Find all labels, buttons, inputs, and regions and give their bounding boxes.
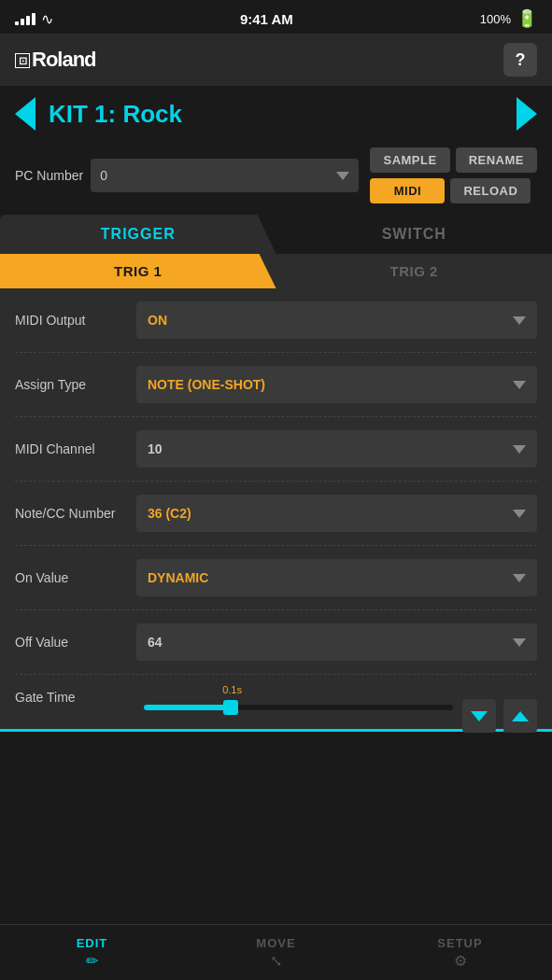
note-cc-row: Note/CC Number 36 (C2) [15,482,537,546]
kit-title: KIT 1: Rock [49,100,507,129]
wifi-icon: ∿ [41,10,53,28]
nav-move[interactable]: MOVE ⤡ [184,925,368,980]
status-right: 100% 🔋 [480,8,537,29]
tab-trig1[interactable]: TRIG 1 [0,254,276,288]
nav-move-label: MOVE [256,936,295,950]
pc-value: 0 [100,168,107,183]
off-value-label: Off Value [15,635,136,650]
sample-button[interactable]: SAMPLE [370,147,449,173]
midi-button[interactable]: MIDI [370,178,445,203]
battery-icon: 🔋 [517,8,537,29]
gate-increase-button[interactable] [503,699,537,733]
on-value-row: On Value DYNAMIC [15,546,537,610]
on-value-control: DYNAMIC [136,559,537,596]
assign-type-value: NOTE (ONE-SHOT) [148,377,265,392]
pc-dropdown-arrow-icon [336,172,349,180]
slider-fill [144,705,231,710]
assign-type-label: Assign Type [15,377,136,392]
midi-channel-control: 10 [136,430,537,468]
settings-section: MIDI Output ON Assign Type NOTE (ONE-SHO… [0,288,552,729]
status-bar: ∿ 9:41 AM 100% 🔋 [0,0,552,34]
nav-setup-label: SETUP [437,936,482,950]
on-value-dropdown[interactable]: DYNAMIC [136,559,537,596]
battery-percent: 100% [480,12,511,26]
signal-icon [15,13,35,25]
kit-nav: KIT 1: Rock [0,86,552,142]
midi-output-control: ON [136,301,537,339]
gear-icon: ⚙ [454,952,467,970]
assign-type-arrow-icon [513,381,526,389]
midi-output-row: MIDI Output ON [15,288,537,353]
assign-type-dropdown[interactable]: NOTE (ONE-SHOT) [136,366,537,403]
tab-switch[interactable]: SWITCH [276,215,553,254]
right-arrow-icon [517,97,537,131]
top-controls: PC Number 0 SAMPLE RENAME MIDI RELOAD [0,142,552,215]
status-time: 9:41 AM [240,11,293,27]
help-button[interactable]: ? [503,43,537,77]
midi-channel-dropdown[interactable]: 10 [136,430,537,468]
status-left: ∿ [15,10,53,28]
off-value-value: 64 [148,635,163,650]
gate-time-value: 0.1s [222,684,242,695]
off-value-row: Off Value 64 [15,610,537,675]
note-cc-arrow-icon [513,510,526,518]
pencil-icon: ✏ [86,952,98,970]
note-cc-control: 36 (C2) [136,495,537,532]
midi-output-arrow-icon [513,316,526,325]
pc-label: PC Number [15,168,83,183]
main-tabs: TRIGGER SWITCH [0,215,552,254]
off-value-dropdown[interactable]: 64 [136,623,537,661]
assign-type-control: NOTE (ONE-SHOT) [136,366,537,403]
gate-down-icon [471,711,488,721]
pc-dropdown[interactable]: 0 [91,159,359,192]
off-value-arrow-icon [513,638,526,647]
tab-trig2[interactable]: TRIG 2 [276,254,553,288]
note-cc-label: Note/CC Number [15,506,136,521]
on-value-label: On Value [15,570,136,585]
gate-up-icon [512,711,529,721]
midi-output-dropdown[interactable]: ON [136,301,537,339]
kit-prev-button[interactable] [15,97,35,131]
midi-channel-row: MIDI Channel 10 [15,417,537,482]
gate-decrease-button[interactable] [462,699,496,733]
midi-output-label: MIDI Output [15,313,136,328]
button-group: SAMPLE RENAME MIDI RELOAD [370,147,537,203]
slider-thumb [223,700,238,715]
nav-setup[interactable]: SETUP ⚙ [368,925,552,980]
tab-trigger[interactable]: TRIGGER [0,215,276,254]
bottom-nav: EDIT ✏ MOVE ⤡ SETUP ⚙ [0,924,552,980]
pc-number-section: PC Number 0 [15,159,359,192]
sub-tabs: TRIG 1 TRIG 2 [0,254,552,288]
left-arrow-icon [15,97,35,131]
kit-next-button[interactable] [517,97,537,131]
slider-track[interactable] [144,705,453,710]
rename-button[interactable]: RENAME [456,147,537,173]
gate-buttons [462,699,537,733]
reload-button[interactable]: RELOAD [450,178,531,203]
on-value-value: DYNAMIC [148,570,208,585]
app-header: ⊡Roland ? [0,34,552,86]
midi-channel-arrow-icon [513,445,526,454]
roland-logo: ⊡Roland [15,48,96,72]
midi-output-value: ON [148,313,167,328]
gate-time-label: Gate Time [15,690,136,705]
nav-edit-label: EDIT [77,936,108,950]
gate-time-row: Gate Time 0.1s [15,675,537,729]
off-value-control: 64 [136,623,537,661]
assign-type-row: Assign Type NOTE (ONE-SHOT) [15,353,537,417]
note-cc-value: 36 (C2) [148,506,191,521]
on-value-arrow-icon [513,574,526,582]
note-cc-dropdown[interactable]: 36 (C2) [136,495,537,532]
tab-section: TRIGGER SWITCH TRIG 1 TRIG 2 [0,215,552,288]
midi-channel-label: MIDI Channel [15,441,136,456]
midi-channel-value: 10 [148,441,163,456]
move-icon: ⤡ [270,952,282,970]
nav-edit[interactable]: EDIT ✏ [0,925,184,980]
